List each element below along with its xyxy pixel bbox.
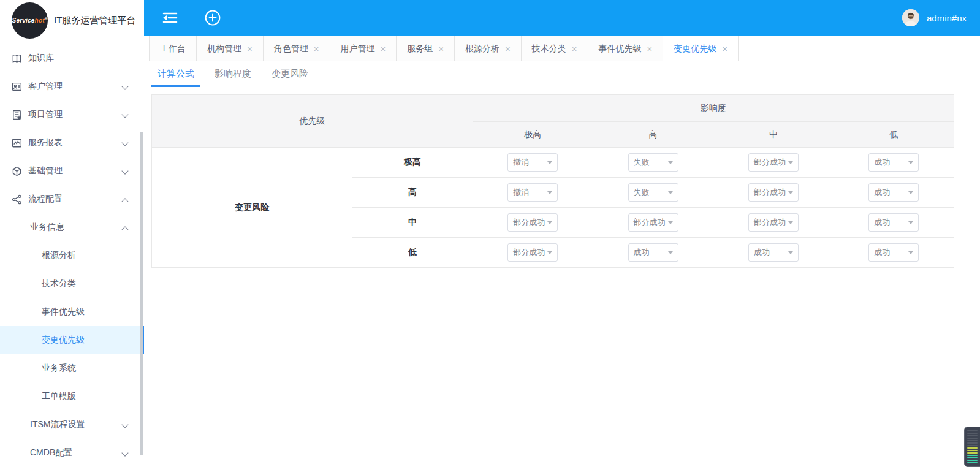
tab-close-icon[interactable]: ×	[572, 44, 577, 53]
select-value: 成功	[874, 247, 890, 258]
logo-text: Servicehot®	[12, 17, 48, 24]
chevron-up-icon	[123, 197, 128, 202]
tab-close-icon[interactable]: ×	[505, 44, 511, 53]
result-select[interactable]: 成功	[868, 243, 919, 262]
result-select[interactable]: 成功	[628, 243, 678, 262]
chevron-down-icon	[123, 169, 128, 174]
select-value: 部分成功	[754, 157, 786, 168]
sidebar-item-business-info[interactable]: 业务信息	[0, 213, 144, 241]
tab-close-icon[interactable]: ×	[381, 44, 386, 53]
caret-down-icon	[547, 191, 552, 194]
brand: Servicehot® IT服务运营管理平台	[0, 0, 144, 39]
result-select[interactable]: 部分成功	[507, 243, 558, 262]
select-value: 失败	[634, 187, 650, 198]
user-menu[interactable]: admin#nx	[902, 9, 967, 26]
sidebar-item-service-reports[interactable]: 服务报表	[0, 129, 144, 157]
servicehot-logo: Servicehot®	[12, 2, 48, 39]
sidebar-item-label: 技术分类	[42, 278, 76, 289]
collapse-sidebar-button[interactable]	[161, 11, 179, 25]
chevron-down-icon	[123, 140, 128, 146]
tab-close-icon[interactable]: ×	[247, 44, 253, 53]
tab-role-mgmt[interactable]: 角色管理 ×	[263, 36, 330, 61]
caret-down-icon	[788, 191, 793, 194]
result-select[interactable]: 部分成功	[748, 213, 799, 232]
tab-tech-category[interactable]: 技术分类 ×	[521, 36, 588, 61]
result-select[interactable]: 成功	[748, 243, 799, 262]
result-select[interactable]: 失败	[628, 153, 678, 172]
content-panel: 计算公式 影响程度 变更风险 优先级 影响度	[144, 61, 980, 467]
tab-workbench[interactable]: 工作台	[149, 36, 196, 61]
sidebar-scrollbar[interactable]	[140, 132, 143, 455]
result-select[interactable]: 撤消	[507, 183, 558, 202]
sidebar-item-ticket-template[interactable]: 工单模版	[0, 382, 144, 411]
result-select[interactable]: 撤消	[507, 153, 558, 172]
tab-close-icon[interactable]: ×	[722, 44, 727, 53]
tab-label: 机构管理	[207, 44, 241, 55]
sidebar-item-label: 项目管理	[28, 109, 63, 120]
tab-label: 根源分析	[465, 44, 499, 55]
tab-incident-priority[interactable]: 事件优先级 ×	[588, 36, 663, 61]
tab-label: 技术分类	[532, 44, 566, 55]
sidebar-item-label: 服务报表	[28, 137, 63, 148]
sidebar-item-change-priority[interactable]: 变更优先级	[0, 326, 144, 354]
tab-close-icon[interactable]: ×	[647, 44, 653, 53]
caret-down-icon	[668, 191, 673, 194]
sidebar-item-tech-category[interactable]: 技术分类	[0, 270, 144, 298]
sidebar-item-label: CMDB配置	[30, 447, 72, 458]
sidebar-item-cmdb-config[interactable]: CMDB配置	[0, 439, 144, 467]
sidebar-item-label: 根源分析	[42, 250, 76, 261]
subtab-change-risk[interactable]: 变更风险	[265, 61, 314, 86]
select-value: 部分成功	[513, 217, 545, 228]
tab-service-group[interactable]: 服务组 ×	[396, 36, 454, 61]
sidebar-item-label: 流程配置	[28, 194, 63, 205]
select-value: 部分成功	[634, 217, 666, 228]
sidebar-item-basic-mgmt[interactable]: 基础管理	[0, 157, 144, 185]
tab-root-cause[interactable]: 根源分析 ×	[454, 36, 521, 61]
caret-down-icon	[547, 221, 552, 224]
subtab-impact-degree[interactable]: 影响程度	[208, 61, 257, 86]
user-avatar	[902, 9, 919, 26]
sidebar-item-label: 客户管理	[28, 81, 63, 92]
topbar: admin#nx	[144, 0, 980, 36]
sub-tab-bar: 计算公式 影响程度 变更风险	[151, 61, 954, 86]
select-value: 部分成功	[754, 217, 786, 228]
caret-down-icon	[908, 161, 913, 164]
chevron-up-icon	[123, 225, 128, 230]
cube-icon	[11, 165, 23, 177]
tab-close-icon[interactable]: ×	[314, 44, 319, 53]
sidebar-item-business-system[interactable]: 业务系统	[0, 354, 144, 382]
sidebar-item-customer-mgmt[interactable]: 客户管理	[0, 72, 144, 101]
subtab-label: 计算公式	[158, 68, 194, 80]
result-select[interactable]: 成功	[868, 213, 919, 232]
sidebar-item-process-config[interactable]: 流程配置	[0, 185, 144, 213]
sidebar-item-root-cause-analysis[interactable]: 根源分析	[0, 241, 144, 270]
report-chart-icon	[11, 137, 23, 149]
sidebar-item-project-mgmt[interactable]: 项目管理	[0, 101, 144, 129]
caret-down-icon	[547, 161, 552, 164]
sidebar-item-knowledge-base[interactable]: 知识库	[0, 44, 144, 72]
tab-org-mgmt[interactable]: 机构管理 ×	[196, 36, 263, 61]
tab-label: 变更优先级	[674, 44, 716, 55]
result-select[interactable]: 部分成功	[507, 213, 558, 232]
risk-level-label: 极高	[352, 148, 473, 178]
customer-card-icon	[11, 81, 23, 93]
result-select[interactable]: 失败	[628, 183, 678, 202]
tab-label: 服务组	[407, 44, 433, 55]
sidebar-item-itsm-process-settings[interactable]: ITSM流程设置	[0, 411, 144, 439]
result-select[interactable]: 部分成功	[748, 183, 799, 202]
result-select[interactable]: 部分成功	[628, 213, 678, 232]
caret-down-icon	[668, 251, 673, 254]
change-risk-header-cell: 变更风险	[152, 148, 352, 268]
result-select[interactable]: 部分成功	[748, 153, 799, 172]
tab-user-mgmt[interactable]: 用户管理 ×	[330, 36, 397, 61]
result-select[interactable]: 成功	[868, 153, 919, 172]
sidebar-item-label: 业务系统	[42, 363, 76, 374]
subtab-calculation-formula[interactable]: 计算公式	[151, 61, 200, 86]
tab-close-icon[interactable]: ×	[438, 44, 444, 53]
add-circle-button[interactable]	[205, 10, 221, 26]
tab-label: 工作台	[160, 44, 186, 55]
result-select[interactable]: 成功	[868, 183, 919, 202]
caret-down-icon	[908, 191, 913, 194]
sidebar-item-incident-priority[interactable]: 事件优先级	[0, 298, 144, 326]
tab-change-priority[interactable]: 变更优先级 ×	[663, 36, 739, 61]
